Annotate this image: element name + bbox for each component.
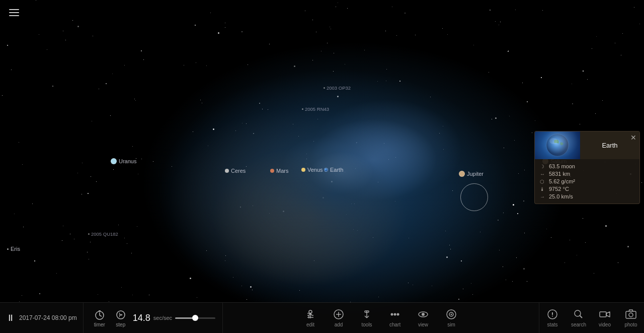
svg-rect-27 — [600, 312, 606, 317]
earth-stat-3: 🌡9752 °C — [540, 186, 634, 192]
pause-button[interactable]: ⏸ — [6, 313, 15, 323]
timer-button[interactable]: timer — [91, 307, 109, 329]
earth-thumbnail — [535, 131, 580, 159]
tools-label: tools — [361, 322, 372, 327]
datetime-display: 2017-07-24 08:00 pm — [19, 314, 77, 321]
step-label: step — [116, 322, 125, 327]
photo-icon — [625, 308, 637, 320]
view-label: view — [418, 322, 428, 327]
speed-slider[interactable] — [175, 317, 215, 319]
toolbar: ⏸ 2017-07-24 08:00 pm timer — [0, 302, 644, 333]
sim-button[interactable]: sim — [438, 303, 464, 333]
chart-label: chart — [389, 322, 400, 327]
stat-icon-0: ☽ — [540, 164, 546, 169]
stat-icon-4: → — [540, 194, 546, 199]
close-panel-button[interactable]: ✕ — [630, 134, 636, 142]
video-button[interactable]: video — [592, 303, 618, 333]
svg-point-21 — [451, 314, 452, 315]
stat-icon-1: ↔ — [540, 171, 546, 177]
svg-point-24 — [552, 316, 553, 317]
stat-value-0: 63.5 moon — [549, 163, 575, 169]
stats-icon — [546, 308, 558, 320]
svg-point-29 — [629, 313, 633, 317]
edit-icon — [304, 308, 316, 320]
add-button[interactable]: add — [326, 303, 352, 333]
svg-point-0 — [546, 134, 569, 156]
video-label: video — [599, 322, 611, 327]
add-label: add — [335, 322, 343, 327]
svg-point-14 — [391, 313, 393, 316]
time-section: ⏸ 2017-07-24 08:00 pm — [0, 303, 84, 333]
view-button[interactable]: view — [410, 303, 436, 333]
earth-stat-0: ☽63.5 moon — [540, 163, 634, 169]
svg-point-25 — [575, 310, 581, 316]
speed-section: timer step 14.8 sec/sec — [84, 303, 223, 333]
search-button[interactable]: search — [566, 303, 592, 333]
search-icon — [573, 308, 585, 320]
stats-label: stats — [547, 322, 557, 327]
earth-stat-1: ↔5831 km — [540, 171, 634, 177]
earth-panel-name: Earth — [602, 142, 617, 149]
svg-line-6 — [100, 315, 102, 316]
stat-value-4: 25.0 km/s — [549, 193, 573, 199]
earth-info-panel: Earth ✕ ☽63.5 moon↔5831 km⬡5.62 g/cm²🌡97… — [534, 131, 640, 204]
view-icon — [417, 308, 429, 320]
add-icon — [333, 308, 345, 320]
earth-stat-2: ⬡5.62 g/cm² — [540, 178, 634, 184]
earth-panel-header: Earth ✕ — [535, 131, 639, 159]
sim-icon — [445, 308, 457, 320]
speed-unit-display: sec/sec — [153, 315, 172, 321]
speed-value-display: 14.8 — [133, 313, 150, 323]
speed-slider-container — [175, 317, 215, 319]
sim-label: sim — [447, 322, 455, 327]
earth-stat-4: →25.0 km/s — [540, 193, 634, 199]
stat-icon-2: ⬡ — [540, 179, 546, 184]
menu-button[interactable] — [7, 7, 21, 18]
pause-icon: ⏸ — [6, 313, 15, 323]
stat-icon-3: 🌡 — [540, 186, 546, 192]
photo-button[interactable]: photo — [618, 303, 644, 333]
right-tools: stats search video — [539, 303, 644, 333]
earth-stats-container: ☽63.5 moon↔5831 km⬡5.62 g/cm²🌡9752 °C→25… — [535, 159, 639, 204]
stats-button[interactable]: stats — [539, 303, 566, 333]
stat-value-2: 5.62 g/cm² — [549, 178, 575, 184]
main-tools: edit add tools — [223, 303, 539, 333]
svg-point-3 — [549, 138, 557, 144]
chart-button[interactable]: chart — [382, 303, 408, 333]
timer-icon — [94, 309, 106, 321]
svg-point-15 — [394, 313, 396, 316]
stat-value-1: 5831 km — [549, 171, 570, 177]
search-label: search — [571, 322, 586, 327]
step-icon — [115, 309, 127, 321]
edit-label: edit — [306, 322, 314, 327]
photo-label: photo — [624, 322, 637, 327]
tools-button[interactable]: tools — [354, 303, 380, 333]
svg-point-2 — [546, 134, 569, 156]
svg-point-16 — [397, 313, 399, 316]
svg-rect-28 — [626, 311, 636, 318]
chart-icon — [389, 308, 401, 320]
edit-button[interactable]: edit — [297, 303, 324, 333]
svg-point-18 — [422, 313, 425, 316]
svg-line-26 — [580, 316, 583, 318]
tools-icon — [361, 308, 373, 320]
step-button[interactable]: step — [112, 307, 130, 329]
timer-label: timer — [94, 322, 105, 327]
video-icon — [599, 308, 611, 320]
svg-point-1 — [546, 134, 569, 156]
stat-value-3: 9752 °C — [549, 186, 569, 192]
